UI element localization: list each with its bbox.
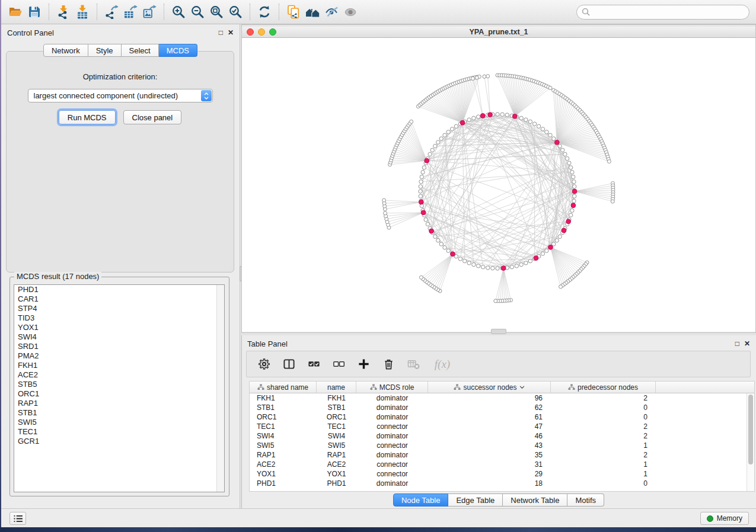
column-header-name[interactable]: name: [317, 382, 356, 393]
ring-node[interactable]: [561, 148, 564, 152]
cell-shared_name[interactable]: SWI5: [250, 441, 317, 450]
cell-mcds_role[interactable]: dominator: [356, 412, 428, 422]
ring-node[interactable]: [472, 262, 476, 266]
mcds-result-item[interactable]: SWI4: [14, 332, 224, 342]
ring-node[interactable]: [424, 218, 428, 222]
cell-predecessor_nodes[interactable]: 0: [551, 479, 656, 488]
mcds-result-item[interactable]: SWI5: [14, 418, 224, 427]
refresh-button[interactable]: [255, 2, 274, 21]
ring-node[interactable]: [541, 127, 544, 131]
show-panels-button[interactable]: [9, 512, 26, 525]
cell-shared_name[interactable]: ORC1: [250, 412, 317, 422]
cell-mcds_role[interactable]: connector: [356, 460, 428, 469]
cell-mcds_role[interactable]: dominator: [356, 431, 428, 441]
cell-shared_name[interactable]: ACE2: [250, 460, 317, 469]
ring-node[interactable]: [573, 185, 576, 188]
ring-node[interactable]: [458, 257, 462, 261]
table-row[interactable]: SWI5SWI5connector431: [250, 441, 754, 450]
tab-select[interactable]: Select: [122, 44, 159, 57]
network-overview-button[interactable]: [303, 2, 322, 21]
column-header-mcds_role[interactable]: MCDS role: [356, 382, 428, 393]
ring-node[interactable]: [558, 235, 562, 238]
mcds-result-item[interactable]: FKH1: [14, 361, 224, 370]
ring-node[interactable]: [565, 156, 569, 160]
ring-node[interactable]: [433, 235, 437, 238]
cell-predecessor_nodes[interactable]: 0: [551, 412, 656, 422]
mcds-result-item[interactable]: TEC1: [14, 427, 224, 437]
network-from-selection-button[interactable]: [284, 2, 303, 21]
mcds-hub-node[interactable]: [488, 113, 493, 117]
show-column-button[interactable]: [281, 357, 296, 372]
cell-predecessor_nodes[interactable]: 2: [551, 393, 656, 403]
mcds-result-item[interactable]: RAP1: [14, 399, 224, 408]
ring-node[interactable]: [500, 113, 504, 116]
table-scrollbar[interactable]: [747, 393, 754, 491]
satellite-node[interactable]: [559, 285, 563, 289]
mcds-result-list[interactable]: PHD1CAR1STP4TID3YOX1SWI4SRD1PMA2FKH1ACE2…: [14, 284, 225, 492]
ring-node[interactable]: [486, 266, 490, 270]
cell-shared_name[interactable]: YOX1: [250, 469, 317, 479]
cell-successor_nodes[interactable]: 43: [428, 441, 551, 450]
float-panel-icon[interactable]: □: [219, 29, 223, 36]
table-tab-motifs[interactable]: Motifs: [567, 493, 604, 507]
delete-button[interactable]: [381, 357, 396, 372]
ring-node[interactable]: [420, 175, 423, 178]
table-row[interactable]: PHD1PHD1dominator180: [250, 479, 754, 488]
ring-node[interactable]: [462, 259, 466, 262]
mcds-hub-node[interactable]: [451, 252, 455, 257]
ring-node[interactable]: [472, 116, 476, 120]
close-panel-icon[interactable]: ✕: [228, 29, 234, 36]
mcds-result-item[interactable]: STB5: [14, 380, 224, 389]
ring-node[interactable]: [505, 113, 509, 117]
memory-button[interactable]: Memory: [700, 512, 749, 525]
cell-mcds_role[interactable]: dominator: [356, 393, 428, 403]
cell-successor_nodes[interactable]: 62: [428, 403, 551, 412]
cell-successor_nodes[interactable]: 35: [428, 450, 551, 460]
mcds-hub-node[interactable]: [554, 140, 559, 145]
ring-node[interactable]: [548, 133, 552, 137]
ring-node[interactable]: [528, 120, 532, 123]
ring-node[interactable]: [491, 267, 495, 270]
import-table-button[interactable]: [73, 2, 92, 21]
add-button[interactable]: [356, 357, 371, 372]
mcds-result-item[interactable]: STP4: [14, 304, 224, 313]
horizontal-splitter-handle[interactable]: [491, 329, 506, 334]
ring-node[interactable]: [569, 213, 572, 217]
float-table-panel-icon[interactable]: □: [735, 340, 739, 347]
satellite-node[interactable]: [548, 86, 552, 89]
cell-mcds_role[interactable]: connector: [356, 422, 428, 431]
table-row[interactable]: YOX1YOX1connector291: [250, 469, 754, 479]
cell-successor_nodes[interactable]: 46: [428, 431, 551, 441]
ring-node[interactable]: [524, 118, 528, 121]
ring-node[interactable]: [433, 144, 437, 148]
mcds-hub-node[interactable]: [562, 228, 566, 233]
ring-node[interactable]: [537, 124, 540, 128]
ring-node[interactable]: [572, 199, 576, 203]
satellite-node[interactable]: [471, 76, 474, 80]
export-table-button[interactable]: [121, 2, 140, 21]
cell-shared_name[interactable]: TEC1: [250, 422, 317, 431]
ring-node[interactable]: [439, 242, 443, 246]
mcds-hub-node[interactable]: [572, 189, 577, 194]
deselect-all-button[interactable]: [331, 357, 346, 372]
mcds-hub-node[interactable]: [460, 120, 465, 125]
mcds-result-item[interactable]: STB1: [14, 408, 224, 418]
cell-name[interactable]: YOX1: [317, 469, 356, 479]
cell-name[interactable]: SWI4: [317, 431, 356, 441]
cell-name[interactable]: SWI5: [317, 441, 356, 450]
cell-successor_nodes[interactable]: 96: [428, 393, 551, 403]
mcds-result-item[interactable]: YOX1: [14, 323, 224, 332]
cell-predecessor_nodes[interactable]: 1: [551, 460, 656, 469]
ring-node[interactable]: [436, 140, 440, 144]
cell-predecessor_nodes[interactable]: 2: [551, 422, 656, 431]
ring-node[interactable]: [421, 170, 425, 174]
ring-node[interactable]: [428, 152, 432, 156]
mcds-hub-node[interactable]: [421, 210, 426, 215]
settings-button[interactable]: [256, 357, 272, 372]
column-header-successor_nodes[interactable]: successor nodes: [428, 382, 551, 393]
ring-node[interactable]: [524, 261, 528, 265]
select-all-button[interactable]: [306, 357, 321, 372]
cell-mcds_role[interactable]: connector: [356, 469, 428, 479]
ring-node[interactable]: [443, 246, 446, 249]
ring-node[interactable]: [443, 133, 446, 137]
